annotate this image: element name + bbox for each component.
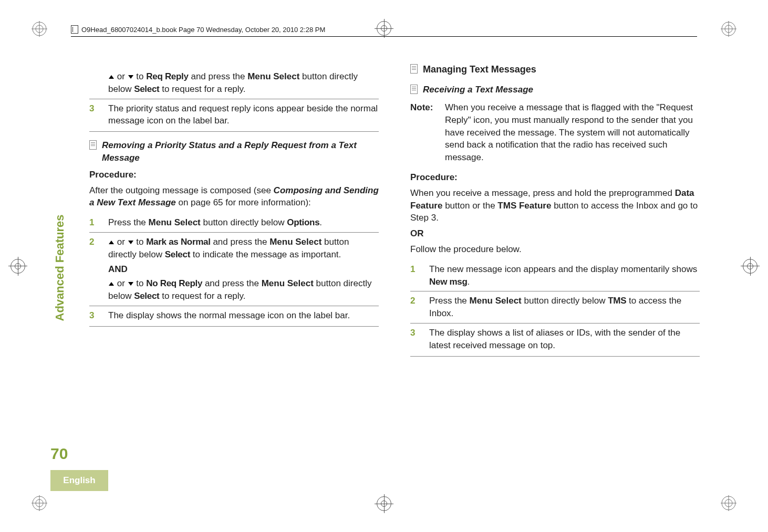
crop-mark-target-bl — [32, 495, 47, 511]
arrow-down-icon — [128, 282, 133, 286]
book-icon — [71, 25, 78, 34]
remove-steps: 1 Press the Menu Select button directly … — [89, 213, 379, 327]
document-icon — [89, 140, 97, 150]
ui-string-select: Select — [165, 249, 190, 259]
text: and press the — [191, 71, 245, 81]
crop-mark-reg-ml — [11, 259, 25, 274]
text: When you receive a message, press and ho… — [410, 188, 672, 198]
text: button directly below — [203, 217, 284, 227]
note-block: Note: When you receive a message that is… — [410, 101, 700, 164]
note-label: Note: — [410, 101, 438, 164]
section-heading-managing: Managing Text Messages — [410, 63, 700, 76]
procedure-label: Procedure: — [410, 171, 700, 184]
crop-mark-target-br — [721, 495, 736, 511]
arrow-up-icon — [109, 282, 114, 286]
arrow-down-icon — [128, 241, 133, 244]
text: to — [136, 278, 143, 288]
text: After the outgoing message is composed (… — [89, 185, 271, 195]
button-label-menu-select: Menu Select — [247, 71, 299, 81]
ui-string-select: Select — [134, 291, 159, 301]
ui-string-options: Options — [287, 217, 319, 227]
arrow-up-icon — [109, 75, 114, 79]
step-row: 3 The display shows the normal message i… — [89, 306, 379, 327]
text: on page 65 for more information): — [178, 197, 310, 207]
step-number: 3 — [89, 102, 99, 128]
ui-string-req-reply: Req Reply — [146, 71, 188, 81]
step-number: 1 — [89, 216, 99, 229]
language-label: English — [63, 475, 95, 486]
arrow-up-icon — [109, 241, 114, 244]
subheading-text: Receiving a Text Message — [423, 84, 533, 96]
text: to request for a reply. — [162, 84, 245, 94]
text: or — [117, 71, 125, 81]
step-row: 3 The display shows a list of aliases or… — [410, 323, 700, 357]
step-body: The display shows a list of aliases or I… — [429, 327, 700, 352]
step-row: 1 Press the Menu Select button directly … — [89, 213, 379, 232]
and-label: AND — [108, 263, 379, 276]
sidebar-section-label: Advanced Features — [53, 215, 67, 321]
text: and press the — [213, 237, 267, 247]
step-body: Press the Menu Select button directly be… — [429, 295, 700, 320]
text: to request for a reply. — [162, 291, 245, 301]
procedure-label: Procedure: — [89, 169, 379, 181]
ui-string-mark-as-normal: Mark as Normal — [146, 237, 210, 247]
subheading-removing-priority: Removing a Priority Status and a Reply R… — [89, 139, 379, 164]
procedure-follow: Follow the procedure below. — [410, 243, 700, 256]
button-label-menu-select: Menu Select — [269, 237, 321, 247]
text: button or the — [445, 201, 495, 211]
crop-mark-reg-mb — [377, 496, 391, 511]
text: and press the — [205, 278, 259, 288]
arrow-down-icon — [128, 75, 133, 79]
note-body: When you receive a message that is flagg… — [445, 101, 700, 164]
text: The new message icon appears and the dis… — [429, 264, 697, 274]
step-number: 2 — [410, 295, 420, 320]
receive-steps: 1 The new message icon appears and the d… — [410, 260, 700, 357]
document-icon — [410, 85, 418, 94]
sidebar-section-tab: Advanced Features — [50, 200, 69, 336]
step-row: or to Req Reply and press the Menu Selec… — [89, 67, 379, 99]
text: to — [136, 71, 143, 81]
or-label: OR — [410, 227, 700, 240]
step-row: 2 Press the Menu Select button directly … — [410, 291, 700, 323]
button-label-menu-select: Menu Select — [262, 278, 314, 288]
crop-mark-target-tr — [721, 21, 736, 37]
step-body: or to Req Reply and press the Menu Selec… — [108, 70, 379, 96]
language-tab: English — [50, 470, 108, 491]
left-column: or to Req Reply and press the Menu Selec… — [68, 63, 379, 469]
subheading-receiving: Receiving a Text Message — [410, 84, 700, 96]
ui-string-new-msg: New msg — [429, 277, 468, 287]
step-body: The priority status and request reply ic… — [108, 102, 379, 128]
subheading-text: Removing a Priority Status and a Reply R… — [102, 139, 379, 164]
page-header: O9Head_68007024014_b.book Page 70 Wednes… — [71, 25, 697, 36]
text: button directly below — [524, 296, 605, 306]
ui-string-no-req-reply: No Req Reply — [146, 278, 202, 288]
step-number-blank — [89, 70, 99, 96]
step-body: Press the Menu Select button directly be… — [108, 216, 379, 229]
text: or — [117, 237, 125, 247]
button-label-menu-select: Menu Select — [149, 217, 201, 227]
step-number: 1 — [410, 263, 420, 288]
step-row: 1 The new message icon appears and the d… — [410, 260, 700, 291]
right-column: Managing Text Messages Receiving a Text … — [410, 63, 700, 469]
step-number: 2 — [89, 236, 99, 302]
step-row: 3 The priority status and request reply … — [89, 99, 379, 132]
step-row: 2 or to Mark as Normal and press the Men… — [89, 232, 379, 306]
ui-string-select: Select — [134, 84, 159, 94]
ui-string-tms: TMS — [608, 296, 626, 306]
step-number: 3 — [89, 309, 99, 322]
text: Press the — [429, 296, 467, 306]
crop-mark-target-tl — [32, 21, 47, 37]
page-number: 70 — [50, 445, 68, 463]
button-label-menu-select: Menu Select — [470, 296, 522, 306]
page-body: or to Req Reply and press the Menu Selec… — [68, 63, 700, 469]
step-body: The new message icon appears and the dis… — [429, 263, 700, 288]
page-number-box: 70 — [50, 445, 68, 463]
document-icon — [410, 64, 418, 74]
prior-steps-continuation: or to Req Reply and press the Menu Selec… — [89, 67, 379, 132]
step-body: The display shows the normal message ico… — [108, 309, 379, 322]
button-label-tms-feature: TMS Feature — [497, 201, 551, 211]
procedure-intro: When you receive a message, press and ho… — [410, 187, 700, 224]
text: or — [117, 278, 125, 288]
text: to indicate the message as important. — [193, 249, 341, 259]
step-number: 3 — [410, 327, 420, 352]
